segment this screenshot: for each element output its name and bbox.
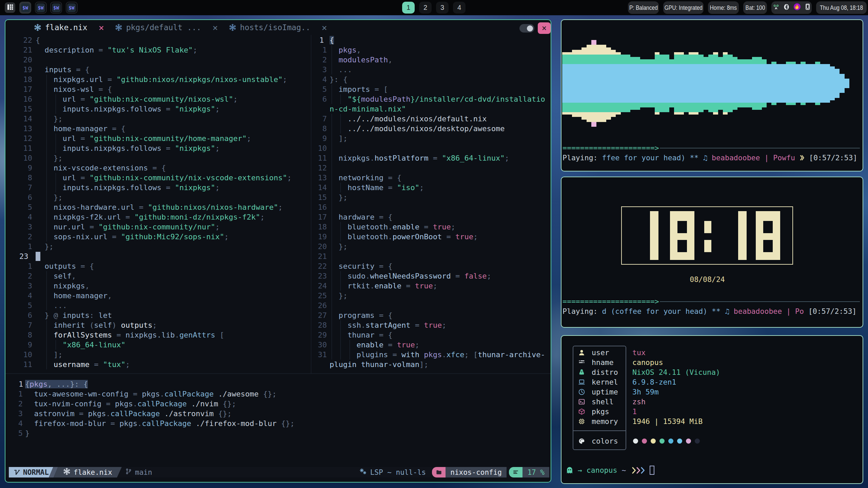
bluetooth-icon[interactable]	[783, 3, 790, 12]
waveform-column	[752, 64, 757, 103]
line-number: 19	[14, 65, 32, 75]
pane-horizontal-separator[interactable]	[5, 373, 551, 374]
code-token: ;	[215, 183, 220, 192]
code-token	[36, 183, 62, 192]
line-number: 5	[312, 84, 327, 94]
code-token	[330, 124, 348, 133]
code-token	[330, 154, 339, 162]
tabline-close-button[interactable]: ×	[538, 22, 551, 34]
taskbar-window-4[interactable]: $W	[66, 2, 78, 14]
taskbar-window-1[interactable]: $W	[19, 2, 31, 14]
line-number: 22	[14, 35, 32, 45]
playing-text: ffee for your head) **	[602, 153, 703, 163]
code-line: nixpkgs.hostPlatform = "x86_64-linux";	[330, 153, 509, 163]
line-number: 24	[312, 281, 327, 291]
taskbar-window-3[interactable]: $W	[50, 2, 62, 14]
code-token: pkgs	[115, 400, 133, 408]
clock-date: 08/08/24	[561, 274, 853, 284]
code-line: nur.url = "github:nix-community/nur";	[36, 222, 220, 232]
code-token: true	[455, 232, 473, 241]
code-line: nixpkgs.url = "github:nixos/nixpkgs/nixo…	[36, 75, 287, 84]
waveform-column	[723, 64, 728, 103]
code-token	[330, 46, 339, 54]
tag-1[interactable]: 1	[402, 2, 415, 14]
waveform-column	[762, 64, 767, 103]
code-token	[36, 85, 54, 94]
nix-snowflake-icon	[34, 24, 41, 31]
waveform-column	[718, 64, 723, 103]
battery-pill[interactable]: Bat: 100	[743, 1, 767, 14]
code-token: .	[442, 350, 446, 359]
waveform-column	[810, 64, 815, 103]
code-token: =	[103, 75, 117, 84]
code-token: =	[451, 272, 465, 280]
power-profile-pill[interactable]: P: Balanced	[628, 1, 659, 14]
editor-area[interactable]: 22{21 description = "tux's NixOS Flake";…	[5, 35, 551, 467]
line-number: 9	[14, 340, 32, 350]
code-token: (	[85, 321, 94, 329]
editor-tab-flake.nix[interactable]: flake.nix×	[28, 20, 110, 35]
line-number: 7	[14, 320, 32, 330]
clock-digit-segment	[677, 221, 687, 233]
code-token: "github:moni-dz/nixpkgs-f2k"	[134, 213, 260, 221]
nix-snowflake-icon	[63, 468, 71, 475]
sync-icon[interactable]	[772, 3, 780, 12]
waveform-column	[820, 64, 825, 103]
palette-icon	[577, 438, 586, 445]
taskbar-window-2[interactable]: $W	[35, 2, 47, 14]
indent-guide	[332, 202, 332, 212]
code-token: ;	[278, 203, 282, 211]
code-token: ;	[415, 341, 419, 349]
tag-2[interactable]: 2	[419, 2, 432, 14]
line-number: 12	[14, 134, 32, 143]
clock-digit-segment	[763, 240, 773, 252]
tab-close-icon[interactable]: ×	[99, 22, 104, 33]
code-token: tux-awesome-wm-config	[34, 390, 129, 398]
launcher-button[interactable]	[5, 2, 15, 13]
editor-tab-hosts-isoImag..[interactable]: hosts/isoImag..×	[223, 20, 333, 35]
pane-vertical-separator[interactable]	[311, 35, 311, 373]
code-token	[36, 262, 45, 270]
tab-close-icon[interactable]: ×	[321, 22, 327, 33]
clock-label: Thu Aug 08, 18:18	[820, 4, 863, 12]
tabline-toggle[interactable]	[519, 24, 534, 33]
clock-pill[interactable]: Thu Aug 08, 18:18	[816, 1, 867, 14]
code-token: programs	[339, 311, 375, 320]
code-line: {	[36, 35, 40, 45]
gpu-pill[interactable]: GPU: Integrated	[663, 1, 704, 14]
phone-icon[interactable]	[804, 3, 811, 12]
progress-arrow: =====================>	[563, 143, 659, 153]
code-token: ,	[107, 291, 112, 300]
editor-tab-pkgs-default-...[interactable]: pkgs/default ...×	[110, 20, 223, 35]
code-token: = [	[370, 85, 388, 94]
code-token: nixpkgs	[54, 282, 85, 290]
terminal-color-dot	[686, 439, 691, 444]
tag-3[interactable]: 3	[436, 2, 449, 14]
fetch-label: pkgs	[592, 407, 609, 416]
flame-icon[interactable]	[793, 3, 801, 13]
vim-icon	[14, 469, 20, 475]
waveform-column	[708, 64, 713, 103]
shell-prompt[interactable]: → canopus ~	[566, 465, 654, 475]
code-token: =	[101, 400, 115, 408]
waveform-column	[684, 64, 689, 103]
code-token: }/installer/cd-dvd/installatio	[410, 95, 545, 103]
code-token: "x86_64-linux"	[62, 341, 125, 349]
line-number: 6	[14, 310, 32, 320]
code-line: forAllSystems = nixpkgs.lib.genAttrs [	[36, 330, 224, 340]
code-line: nix-vscode-extensions = {	[36, 163, 166, 173]
line-number: 8	[14, 330, 32, 340]
statusline-branch: main	[125, 467, 152, 477]
ping-pill[interactable]: Home: 8ms	[708, 1, 739, 14]
code-token: =	[401, 282, 415, 290]
tab-close-icon[interactable]: ×	[212, 22, 218, 33]
code-token: ;	[215, 223, 220, 231]
code-token: ];	[419, 360, 429, 369]
code-token: thunar	[348, 331, 374, 339]
code-token	[36, 134, 62, 143]
fetch-row-pkgs: pkgs	[577, 407, 609, 416]
code-line: "x86_64-linux"	[36, 340, 125, 350]
kernel-icon	[577, 379, 586, 386]
tag-4[interactable]: 4	[453, 2, 466, 14]
waveform-column	[771, 64, 776, 103]
